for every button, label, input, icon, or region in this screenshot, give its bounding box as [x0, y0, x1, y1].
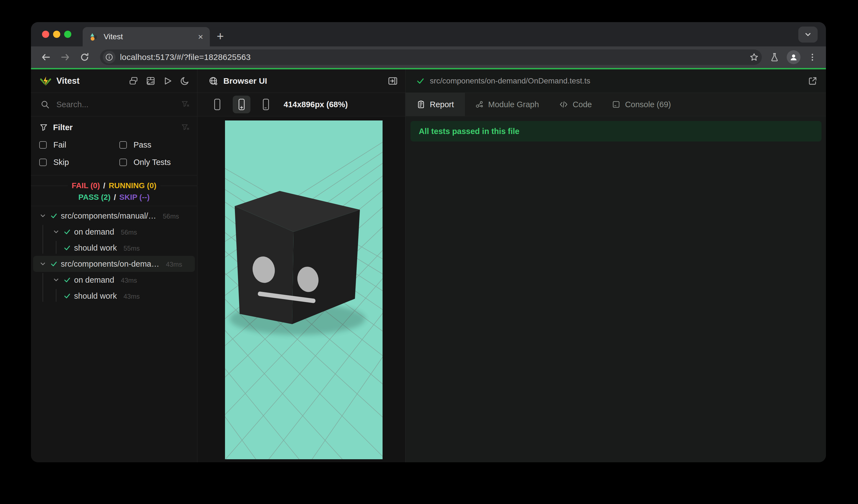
maximize-window-button[interactable]: [64, 31, 71, 38]
device-phone-plus-button[interactable]: [233, 96, 251, 113]
minimize-window-button[interactable]: [53, 31, 60, 38]
new-tab-button[interactable]: +: [217, 29, 224, 43]
dock-panel-right-icon[interactable]: [387, 76, 398, 86]
run-all-icon[interactable]: [163, 76, 173, 86]
globe-icon: [208, 76, 218, 86]
search-bar: [31, 93, 197, 116]
filter-checkbox-pass[interactable]: Pass: [120, 140, 190, 149]
vitest-favicon: [89, 32, 99, 42]
test-viewport[interactable]: [225, 120, 383, 459]
checkbox[interactable]: [39, 141, 47, 149]
pass-check-icon: [63, 228, 71, 236]
browser-toolbar: localhost:5173/#/?file=1828625563: [31, 46, 826, 68]
pass-check-icon: [63, 292, 71, 300]
forward-button[interactable]: [58, 49, 73, 65]
open-external-icon[interactable]: [808, 76, 817, 86]
checkbox[interactable]: [120, 141, 127, 149]
url-text: localhost:5173/#/?file=1828625563: [120, 52, 251, 62]
results-pane: src/components/on-demand/OnDemand.test.t…: [406, 69, 826, 462]
robot-cube: [235, 191, 360, 324]
collapse-panels-icon[interactable]: [129, 76, 139, 86]
tree-suite-row[interactable]: on demand 43ms: [31, 272, 197, 288]
device-phone-minus-button[interactable]: [257, 96, 275, 113]
skip-count: SKIP (--): [120, 193, 150, 202]
chevron-down-icon[interactable]: [52, 276, 60, 283]
filter-checkbox-skip[interactable]: Skip: [39, 158, 120, 167]
sidebar-actions: [129, 76, 190, 86]
device-phone-small-button[interactable]: [208, 96, 226, 113]
tree-file-row-selected[interactable]: src/components/on-dema… 43ms: [33, 256, 195, 272]
report-content: All tests passed in this file: [406, 116, 826, 462]
viewport-size-label: 414x896px (68%): [284, 100, 348, 109]
bookmark-star-icon[interactable]: [749, 52, 759, 62]
pass-count: PASS (2): [79, 193, 111, 202]
chevron-down-icon: [804, 30, 812, 39]
sidebar-header: Vitest: [31, 69, 197, 93]
tab-search-button[interactable]: [798, 27, 817, 43]
pass-check-icon: [50, 260, 58, 268]
preview-header: Browser UI: [197, 69, 405, 93]
code-icon: [559, 100, 568, 109]
report-clipboard-icon: [416, 100, 425, 109]
chevron-down-icon[interactable]: [52, 228, 60, 235]
all-tests-passed-banner: All tests passed in this file: [411, 121, 822, 142]
console-icon: [612, 100, 621, 109]
clear-search-filter-icon[interactable]: [181, 100, 190, 109]
device-toolbar: 414x896px (68%): [197, 93, 405, 116]
chevron-down-icon[interactable]: [39, 260, 46, 267]
reload-button[interactable]: [77, 49, 92, 65]
browser-preview-pane: Browser UI: [197, 69, 406, 462]
window-controls: [42, 31, 71, 38]
tree-file-row[interactable]: src/components/manual/… 56ms: [31, 208, 197, 224]
tab-title: Vitest: [104, 32, 193, 41]
filter-funnel-icon: [39, 123, 48, 132]
running-count: RUNNING (0): [109, 181, 157, 190]
browser-window: Vitest × + localhost:5173/: [31, 22, 826, 462]
duration: 43ms: [121, 276, 137, 284]
vitest-logo: [39, 75, 52, 87]
duration: 55ms: [124, 243, 140, 252]
app-title: Vitest: [57, 76, 124, 86]
pass-check-icon: [50, 212, 58, 220]
duration: 56ms: [163, 211, 179, 220]
tab-report[interactable]: Report: [406, 93, 465, 116]
browser-tab-vitest[interactable]: Vitest ×: [83, 27, 210, 46]
site-info-button[interactable]: [103, 51, 115, 64]
tab-code[interactable]: Code: [549, 93, 602, 116]
back-button[interactable]: [38, 49, 54, 65]
sidebar: Vitest: [31, 69, 197, 462]
browser-tabstrip: Vitest × +: [31, 22, 826, 46]
filter-checkbox-fail[interactable]: Fail: [39, 140, 120, 149]
preview-body: [197, 116, 405, 462]
checkbox[interactable]: [39, 159, 47, 166]
search-input[interactable]: [56, 100, 175, 110]
checkbox[interactable]: [120, 159, 127, 166]
clear-filter-icon[interactable]: [181, 123, 190, 132]
search-icon: [41, 100, 50, 109]
duration: 43ms: [124, 292, 140, 300]
dark-mode-moon-icon[interactable]: [180, 76, 190, 86]
vitest-app: Vitest: [31, 68, 826, 462]
person-icon: [789, 52, 798, 62]
fail-count: FAIL (0): [72, 181, 100, 190]
results-header: src/components/on-demand/OnDemand.test.t…: [406, 69, 826, 93]
threejs-scene: [225, 120, 383, 459]
address-bar[interactable]: localhost:5173/#/?file=1828625563: [100, 49, 762, 65]
browser-menu-icon[interactable]: [808, 52, 817, 62]
module-graph-icon: [475, 100, 484, 109]
duration: 43ms: [166, 259, 182, 268]
tree-suite-row[interactable]: on demand 56ms: [31, 224, 197, 240]
results-tabs: Report Module Graph: [406, 93, 826, 116]
tab-module-graph[interactable]: Module Graph: [465, 93, 549, 116]
test-summary: FAIL (0) / RUNNING (0) PASS (2) / SKIP (…: [31, 176, 197, 206]
close-tab-icon[interactable]: ×: [198, 32, 203, 41]
chevron-down-icon[interactable]: [39, 212, 46, 220]
profile-avatar[interactable]: [787, 50, 800, 64]
experiments-flask-icon[interactable]: [769, 52, 779, 62]
tab-console[interactable]: Console (69): [602, 93, 681, 116]
test-tree: src/components/manual/… 56ms on demand 5…: [31, 206, 197, 304]
dashboard-report-icon[interactable]: [146, 76, 156, 86]
filter-options: Fail Pass Skip Only Tests: [39, 140, 190, 167]
filter-checkbox-only-tests[interactable]: Only Tests: [120, 158, 190, 167]
close-window-button[interactable]: [42, 31, 49, 38]
